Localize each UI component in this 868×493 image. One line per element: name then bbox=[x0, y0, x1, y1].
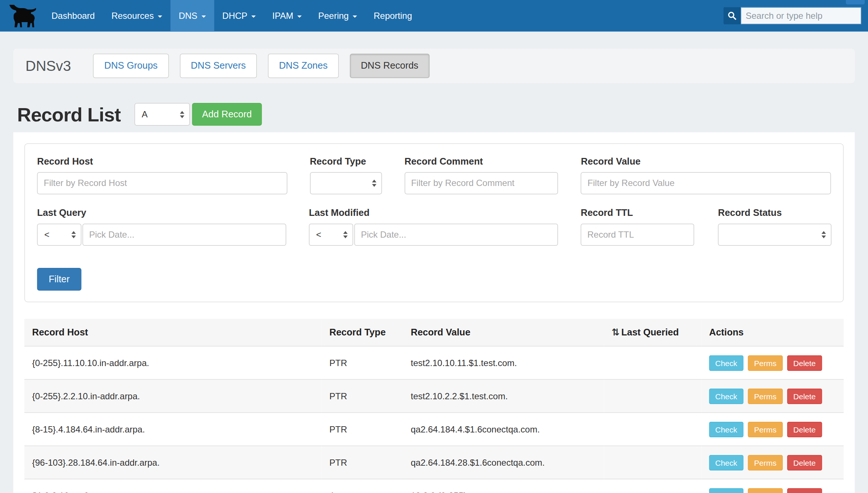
delete-button[interactable]: Delete bbox=[787, 422, 822, 437]
last-modified-operator-select[interactable]: < bbox=[309, 224, 353, 246]
last-query-operator-select[interactable]: < bbox=[37, 224, 82, 246]
tab-dns-records[interactable]: DNS Records bbox=[350, 54, 430, 78]
tab-dns-servers[interactable]: DNS Servers bbox=[180, 54, 257, 78]
navbar-search-area bbox=[724, 0, 868, 32]
search-button[interactable] bbox=[724, 7, 741, 25]
check-button[interactable]: Check bbox=[709, 422, 744, 437]
tab-dns-zones[interactable]: DNS Zones bbox=[268, 54, 339, 78]
perms-button[interactable]: Perms bbox=[748, 455, 783, 470]
record-value-cell: 10.2.0.{0-255} bbox=[403, 479, 604, 493]
chevron-down-icon bbox=[352, 15, 357, 17]
select-stepper-icon bbox=[343, 231, 348, 238]
search-input[interactable] bbox=[741, 7, 861, 25]
check-button[interactable]: Check bbox=[709, 455, 744, 470]
record-ttl-input[interactable] bbox=[581, 224, 695, 246]
sort-icon[interactable]: ⇅ bbox=[612, 327, 620, 338]
filter-row-2: Last Query < Last Modified < bbox=[37, 208, 831, 246]
filter-record-value: Record Value bbox=[581, 156, 831, 194]
perms-button[interactable]: Perms bbox=[748, 488, 783, 493]
perms-button[interactable]: Perms bbox=[748, 422, 783, 437]
record-host-cell: {0-255}.11.10.10.in-addr.arpa. bbox=[24, 346, 322, 379]
table-row: {0-255}.11.10.10.in-addr.arpa. PTR test2… bbox=[24, 346, 844, 379]
record-type-cell: A bbox=[322, 479, 403, 493]
filter-record-host: Record Host bbox=[37, 156, 287, 194]
check-button[interactable]: Check bbox=[709, 389, 744, 404]
delete-button[interactable]: Delete bbox=[787, 389, 822, 404]
select-stepper-icon bbox=[72, 231, 76, 238]
table-header-row: Record Host Record Type Record Value ⇅La… bbox=[24, 319, 844, 346]
record-host-cell: {96-103}.28.184.64.in-addr.arpa. bbox=[24, 446, 322, 479]
record-type-cell: PTR bbox=[322, 446, 403, 479]
nav-item-dashboard[interactable]: Dashboard bbox=[43, 0, 103, 32]
last-modified-operator-value: < bbox=[316, 230, 321, 240]
record-type-select[interactable]: A bbox=[135, 103, 190, 126]
col-record-host: Record Host bbox=[24, 319, 322, 346]
actions-cell: Check Perms Delete bbox=[702, 413, 844, 446]
nav-item-ipam[interactable]: IPAM bbox=[264, 0, 310, 32]
nav-item-dns[interactable]: DNS bbox=[170, 0, 214, 32]
filter-row-1: Record Host Record Type Record Comment R… bbox=[37, 156, 831, 194]
nav-label: Reporting bbox=[373, 11, 412, 21]
chevron-down-icon bbox=[297, 15, 302, 17]
nav-label: DHCP bbox=[222, 11, 247, 21]
filter-panel: Record Host Record Type Record Comment R… bbox=[24, 144, 844, 303]
nav-item-reporting[interactable]: Reporting bbox=[365, 0, 420, 32]
records-table: Record Host Record Type Record Value ⇅La… bbox=[24, 319, 844, 493]
nav-label: Dashboard bbox=[52, 11, 95, 21]
nav-label: Resources bbox=[111, 11, 154, 21]
record-status-select[interactable] bbox=[718, 224, 832, 246]
last-query-label: Last Query bbox=[37, 208, 286, 219]
last-queried-cell bbox=[604, 346, 702, 379]
record-host-cell: {8-15}.4.184.64.in-addr.arpa. bbox=[24, 413, 322, 446]
moose-logo-icon bbox=[7, 4, 36, 28]
actions-cell: Check Perms Delete bbox=[702, 446, 844, 479]
last-modified-date-input[interactable] bbox=[354, 224, 558, 246]
record-ttl-label: Record TTL bbox=[581, 208, 695, 219]
delete-button[interactable]: Delete bbox=[787, 355, 822, 371]
perms-button[interactable]: Perms bbox=[748, 389, 783, 404]
col-record-value: Record Value bbox=[403, 319, 604, 346]
record-comment-input[interactable] bbox=[404, 172, 558, 194]
actions-cell: Check Perms Delete bbox=[702, 379, 844, 413]
record-host-input[interactable] bbox=[37, 172, 287, 194]
page-header: Record List A Add Record bbox=[17, 103, 855, 126]
actions-cell: Check Perms Delete bbox=[702, 346, 844, 379]
col-actions: Actions bbox=[702, 319, 844, 346]
col-last-queried[interactable]: ⇅Last Queried bbox=[604, 319, 702, 346]
record-value-cell: test2.10.10.11.$1.test.com. bbox=[403, 346, 604, 379]
check-button[interactable]: Check bbox=[709, 355, 744, 371]
check-button[interactable]: Check bbox=[709, 488, 744, 493]
record-value-cell: qa2.64.184.4.$1.6conectqa.com. bbox=[403, 413, 604, 446]
nav-item-resources[interactable]: Resources bbox=[103, 0, 170, 32]
record-status-label: Record Status bbox=[718, 208, 832, 219]
nav-item-peering[interactable]: Peering bbox=[310, 0, 365, 32]
record-value-label: Record Value bbox=[581, 156, 831, 167]
tab-dns-groups[interactable]: DNS Groups bbox=[93, 54, 169, 78]
nav-label: DNS bbox=[179, 11, 197, 21]
record-value-input[interactable] bbox=[581, 172, 831, 194]
filter-record-type: Record Type bbox=[310, 156, 382, 194]
chevron-down-icon bbox=[251, 15, 256, 17]
record-value-cell: qa2.64.184.28.$1.6conectqa.com. bbox=[403, 446, 604, 479]
filter-submit-button[interactable]: Filter bbox=[37, 268, 82, 291]
nav-label: IPAM bbox=[272, 11, 293, 21]
records-card: Record Host Record Type Record Comment R… bbox=[13, 132, 855, 493]
filter-record-comment: Record Comment bbox=[404, 156, 558, 194]
record-value-cell: test2.10.2.2.$1.test.com. bbox=[403, 379, 604, 413]
select-stepper-icon bbox=[822, 231, 826, 238]
table-row: $1.0.2.10.qa.6connect.com. A 10.2.0.{0-2… bbox=[24, 479, 844, 493]
record-host-cell: {0-255}.2.2.10.in-addr.arpa. bbox=[24, 379, 322, 413]
add-record-button[interactable]: Add Record bbox=[192, 103, 262, 126]
delete-button[interactable]: Delete bbox=[787, 455, 822, 470]
record-type-label: Record Type bbox=[310, 156, 382, 167]
perms-button[interactable]: Perms bbox=[748, 355, 783, 371]
nav-item-dhcp[interactable]: DHCP bbox=[214, 0, 264, 32]
table-row: {96-103}.28.184.64.in-addr.arpa. PTR qa2… bbox=[24, 446, 844, 479]
nav-label: Peering bbox=[318, 11, 349, 21]
brand-logo[interactable] bbox=[0, 0, 43, 32]
chevron-down-icon bbox=[158, 15, 162, 17]
record-type-filter-select[interactable] bbox=[310, 172, 382, 194]
filter-last-modified: Last Modified < bbox=[309, 208, 558, 246]
last-query-date-input[interactable] bbox=[83, 224, 286, 246]
delete-button[interactable]: Delete bbox=[787, 488, 822, 493]
